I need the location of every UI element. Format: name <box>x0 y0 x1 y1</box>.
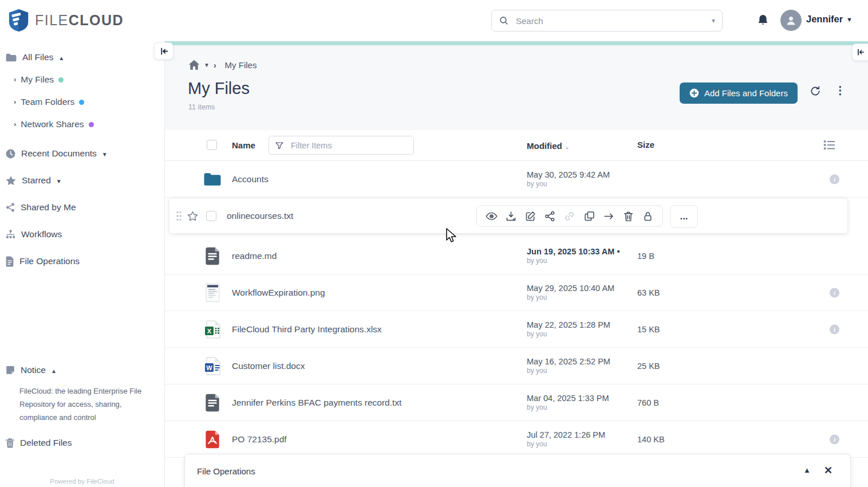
name-column-header[interactable]: Name <box>232 140 255 150</box>
sidebar-collapse-button[interactable] <box>154 42 173 60</box>
filter-input[interactable] <box>290 140 408 151</box>
file-row[interactable]: readme.md Jun 19, 2025 10:33 AM •by you … <box>164 238 868 274</box>
sort-caret-icon: ⌄ <box>565 143 570 150</box>
delete-icon[interactable] <box>622 210 634 222</box>
breadcrumb-chevron-icon: › <box>214 61 216 70</box>
global-search[interactable]: ▾ <box>491 10 723 32</box>
copy-icon[interactable] <box>583 210 595 222</box>
file-row[interactable]: X FileCloud Third Party Integrations.xls… <box>164 311 868 348</box>
download-icon[interactable] <box>505 210 517 222</box>
file-row[interactable]: onlinecourses.txt ... <box>164 198 868 238</box>
image-icon <box>203 283 222 302</box>
sidebar-item-team-folders[interactable]: › Team Folders <box>14 96 164 108</box>
more-options-icon[interactable]: ⋮ <box>835 84 846 97</box>
right-panel-collapse-button[interactable] <box>852 44 868 61</box>
file-row[interactable]: WorkflowExpiration.png May 29, 2025 10:4… <box>164 274 868 311</box>
avatar[interactable] <box>780 10 802 31</box>
lock-icon[interactable] <box>642 210 654 222</box>
file-name[interactable]: WorkflowExpiration.png <box>232 288 325 298</box>
add-files-button-label: Add Files and Folders <box>704 88 788 98</box>
link-icon[interactable] <box>563 210 575 222</box>
sidebar-item-file-operations[interactable]: File Operations <box>0 255 164 268</box>
notifications-bell-icon[interactable] <box>757 14 769 27</box>
expand-caret-icon[interactable]: ▼ <box>102 151 108 158</box>
sidebar-item-label: Recent Documents <box>21 148 97 159</box>
sidebar-item-recent-documents[interactable]: Recent Documents ▼ <box>0 147 164 160</box>
star-outline-icon[interactable] <box>187 211 198 221</box>
txt-icon <box>203 393 222 412</box>
list-view-icon[interactable] <box>823 139 835 151</box>
clock-icon <box>5 148 16 159</box>
file-size: 19 B <box>637 252 654 261</box>
add-files-button[interactable]: Add Files and Folders <box>680 83 798 104</box>
sidebar-item-starred[interactable]: Starred ▼ <box>0 174 164 187</box>
hovered-row-card[interactable]: onlinecourses.txt ... <box>169 199 847 233</box>
move-icon[interactable] <box>603 210 615 222</box>
file-name[interactable]: onlinecourses.txt <box>227 211 293 221</box>
modified-cell: May 16, 2025 2:52 PMby you <box>527 357 610 375</box>
row-checkbox[interactable] <box>206 211 216 221</box>
file-operations-panel[interactable]: File Operations ▲ ✕ <box>184 454 851 487</box>
note-icon <box>5 365 15 375</box>
modified-column-header[interactable]: Modified⌄ <box>527 141 570 151</box>
filter-box[interactable] <box>269 136 414 155</box>
panel-expand-caret-icon[interactable]: ▲ <box>803 466 811 474</box>
chevron-right-icon[interactable]: › <box>14 75 16 84</box>
sidebar-item-my-files[interactable]: › My Files <box>14 73 164 86</box>
file-row[interactable]: W Customer list.docx May 16, 2025 2:52 P… <box>164 348 868 384</box>
sidebar-item-label: Notice <box>21 365 46 375</box>
page-title: My Files <box>188 79 250 98</box>
star-icon <box>5 175 17 186</box>
preview-icon[interactable] <box>486 210 498 222</box>
filecloud-logo[interactable]: FILECLOUD <box>8 8 124 32</box>
refresh-icon[interactable] <box>810 85 821 97</box>
chevron-right-icon[interactable]: › <box>14 120 16 128</box>
user-menu-caret-icon[interactable]: ▼ <box>846 16 853 23</box>
info-icon[interactable]: i <box>830 288 839 297</box>
file-name[interactable]: Accounts <box>232 174 269 184</box>
file-row[interactable]: PO 72135.pdf Jul 27, 2022 1:26 PMby you … <box>164 421 868 458</box>
panel-close-icon[interactable]: ✕ <box>824 464 833 477</box>
home-icon[interactable] <box>188 60 200 70</box>
user-name[interactable]: Jennifer <box>806 14 843 25</box>
size-column-header[interactable]: Size <box>637 140 654 150</box>
file-name[interactable]: PO 72135.pdf <box>232 434 287 445</box>
sidebar-item-all-files[interactable]: All Files ▲ <box>0 51 164 64</box>
collapse-caret-icon[interactable]: ▲ <box>58 55 64 61</box>
file-operations-panel-title: File Operations <box>197 466 255 476</box>
file-list: Accounts May 30, 2025 9:42 AMby you i on… <box>164 161 868 458</box>
sidebar-item-label: Workflows <box>21 229 62 239</box>
sidebar-section-notice[interactable]: Notice ▲ <box>0 364 164 376</box>
filecloud-shield-icon <box>8 8 29 32</box>
search-dropdown-caret-icon[interactable]: ▾ <box>712 17 715 25</box>
file-row[interactable]: Accounts May 30, 2025 9:42 AMby you i <box>164 161 868 198</box>
file-name[interactable]: Customer list.docx <box>232 361 305 371</box>
document-icon <box>5 256 14 267</box>
drag-handle-icon[interactable] <box>176 211 182 221</box>
file-row[interactable]: Jennifer Perkins BFAC payments record.tx… <box>164 384 868 421</box>
select-all-checkbox[interactable] <box>207 140 217 150</box>
chevron-right-icon[interactable]: › <box>14 97 16 106</box>
sidebar-item-network-shares[interactable]: › Network Shares <box>14 118 164 131</box>
info-icon[interactable]: i <box>830 174 839 184</box>
breadcrumb-caret-icon[interactable]: ▼ <box>204 62 210 68</box>
modified-cell: May 22, 2025 1:28 PMby you <box>527 320 610 339</box>
sidebar-item-deleted-files[interactable]: Deleted Files <box>0 437 164 449</box>
row-more-button[interactable]: ... <box>670 205 698 228</box>
file-name[interactable]: readme.md <box>232 251 277 261</box>
search-input[interactable] <box>515 15 712 26</box>
info-icon[interactable]: i <box>830 434 839 444</box>
share-icon[interactable] <box>544 210 556 222</box>
sidebar-item-label: Deleted Files <box>20 438 72 448</box>
top-bar: FILECLOUD ▾ Jennifer ▼ <box>0 0 868 41</box>
breadcrumb-current[interactable]: My Files <box>225 60 257 70</box>
sidebar-item-label: File Operations <box>19 256 80 266</box>
info-icon[interactable]: i <box>830 324 839 334</box>
edit-icon[interactable] <box>524 210 536 222</box>
collapse-caret-icon[interactable]: ▲ <box>51 368 57 374</box>
expand-caret-icon[interactable]: ▼ <box>56 178 62 184</box>
sidebar-item-workflows[interactable]: Workflows <box>0 228 164 241</box>
file-name[interactable]: Jennifer Perkins BFAC payments record.tx… <box>232 398 401 408</box>
file-name[interactable]: FileCloud Third Party Integrations.xlsx <box>232 324 382 335</box>
sidebar-item-shared-by-me[interactable]: Shared by Me <box>0 201 164 214</box>
